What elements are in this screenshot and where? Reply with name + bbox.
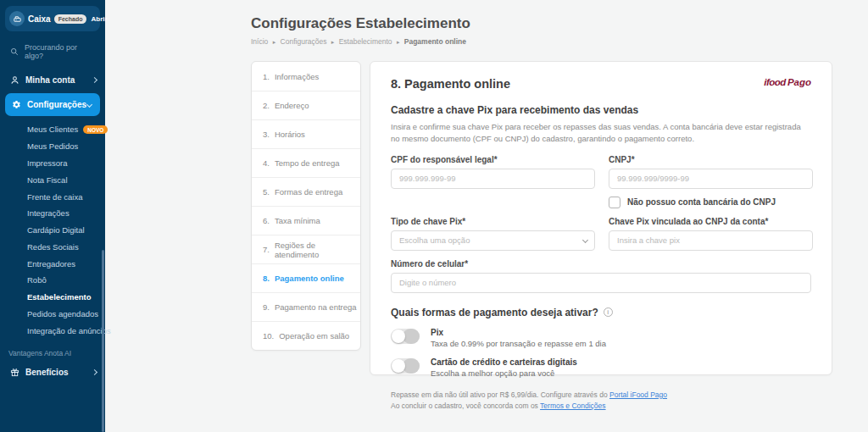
sidebar-item-label: Minha conta: [25, 75, 75, 85]
submenu-item-cardapio-digital[interactable]: Cardápio Digital: [0, 222, 105, 239]
breadcrumb-configuracoes[interactable]: Configurações: [281, 37, 327, 46]
chevron-right-icon: [92, 369, 97, 375]
step-taxa-minima[interactable]: 6.Taxa mínima: [252, 206, 360, 235]
step-regioes-de-atendimento[interactable]: 7.Regiões de atendimento: [252, 235, 360, 263]
gear-icon: [12, 100, 21, 109]
submenu-item-robo[interactable]: Robô: [0, 272, 105, 289]
caixa-panel: Caixa Fechado Abrir: [5, 6, 100, 31]
page-title: Configurações Estabelecimento: [251, 15, 470, 32]
phone-input[interactable]: [391, 273, 811, 293]
card-toggle-label: Cartão de crédito e carteiras digitais: [431, 357, 577, 367]
pix-toggle-row: Pix Taxa de 0.99% por transação e repass…: [391, 328, 811, 348]
submenu-item-integracoes[interactable]: Integrações: [0, 205, 105, 222]
submenu-item-nota-fiscal[interactable]: Nota Fiscal: [0, 171, 105, 188]
pix-toggle-label: Pix: [431, 328, 606, 337]
cnpj-input[interactable]: [609, 169, 813, 189]
sidebar-item-configuracoes[interactable]: Configurações: [5, 93, 100, 116]
submenu-item-redes-sociais[interactable]: Redes Sociais: [0, 238, 105, 255]
toggle-off-icon: [392, 359, 405, 373]
no-cnpj-account-label: Não possuo conta bancária do CNPJ: [627, 197, 776, 207]
step-operacao-em-salao[interactable]: 10.Operação em salão: [252, 321, 360, 350]
step-endereco[interactable]: 2.Endereço: [252, 91, 360, 119]
cpf-input[interactable]: [391, 169, 595, 189]
termos-e-condicoes-link[interactable]: Termos e Condições: [540, 402, 605, 410]
gift-icon: [10, 368, 19, 377]
breadcrumb-current: Pagamento online: [404, 37, 466, 46]
submenu-item-impressora[interactable]: Impressora: [0, 155, 105, 172]
pix-key-input[interactable]: [609, 230, 813, 251]
submenu-item-meus-pedidos[interactable]: Meus Pedidos: [0, 138, 105, 155]
breadcrumb: Início ▸ Configurações ▸ Estabelecimento…: [251, 37, 466, 46]
breadcrumb-separator: ▸: [397, 39, 400, 45]
step-informacoes[interactable]: 1.Informações: [252, 62, 360, 91]
caixa-status-badge: Fechado: [54, 14, 87, 24]
info-icon[interactable]: i: [604, 307, 613, 317]
no-cnpj-account-checkbox[interactable]: [609, 197, 620, 208]
sidebar-item-label: Configurações: [27, 100, 86, 109]
phone-label: Número de celular*: [391, 259, 811, 269]
form-footnotes: Repasse em dia não útil ativo por R$ 6,9…: [391, 390, 811, 412]
toggle-off-icon: [392, 330, 405, 343]
cpf-label: CPF do responsável legal*: [391, 155, 595, 164]
breadcrumb-estabelecimento[interactable]: Estabelecimento: [339, 37, 392, 46]
step-pagamento-online[interactable]: 8.Pagamento online: [252, 263, 360, 292]
chevron-right-icon: [92, 77, 97, 83]
chevron-down-icon: [86, 102, 92, 108]
step-pagamento-na-entrega[interactable]: 9.Pagamento na entrega: [252, 292, 360, 321]
pix-type-select[interactable]: [391, 230, 595, 251]
caixa-label: Caixa: [28, 14, 51, 24]
ifood-pago-logo: ifoodPago: [764, 77, 811, 87]
sidebar-item-label: Benefícios: [25, 368, 69, 377]
search-icon: [10, 47, 19, 56]
sidebar-search[interactable]: Procurando por algo?: [0, 31, 105, 69]
pix-toggle-desc: Taxa de 0.99% por transação e repasse em…: [431, 339, 606, 348]
submenu-item-pedidos-agendados[interactable]: Pedidos agendados: [0, 306, 105, 323]
pix-key-label: Chave Pix vinculada ao CNPJ da conta*: [609, 217, 813, 226]
cash-register-icon: [9, 11, 25, 26]
form-title: 8. Pagamento online: [391, 77, 510, 91]
pagamento-online-form: 8. Pagamento online ifoodPago Cadastre a…: [370, 61, 832, 375]
breadcrumb-inicio[interactable]: Início: [251, 37, 268, 46]
pix-section-title: Cadastre a chave Pix para recebimento da…: [391, 104, 811, 116]
breadcrumb-separator: ▸: [331, 39, 335, 45]
pix-toggle[interactable]: [391, 329, 420, 344]
step-formas-de-entrega[interactable]: 5.Formas de entrega: [252, 177, 360, 206]
sidebar-item-beneficios[interactable]: Benefícios: [0, 361, 105, 384]
step-horarios[interactable]: 3.Horários: [252, 119, 360, 148]
card-toggle-row: Cartão de crédito e carteiras digitais E…: [391, 357, 811, 378]
card-toggle[interactable]: [391, 358, 420, 374]
card-toggle-desc: Escolha a melhor opção para você: [431, 368, 577, 378]
step-tempo-de-entrega[interactable]: 4.Tempo de entrega: [252, 148, 360, 177]
submenu-item-meus-clientes[interactable]: Meus ClientesNOVO: [0, 121, 105, 138]
caixa-open-button[interactable]: Abrir: [91, 15, 107, 23]
cnpj-label: CNPJ*: [609, 155, 813, 164]
search-placeholder: Procurando por algo?: [25, 43, 97, 60]
user-icon: [10, 75, 19, 85]
pix-section-description: Insira e confirme sua chave Pix para rec…: [391, 121, 811, 145]
sidebar-scrollbar[interactable]: [102, 250, 104, 432]
payment-methods-title: Quais formas de pagamento deseja ativar?…: [391, 307, 811, 318]
sidebar-item-minha-conta[interactable]: Minha conta: [0, 69, 105, 91]
novo-badge: NOVO: [83, 125, 108, 134]
submenu-item-integracao-de-anuncios[interactable]: Integração de anúncios: [0, 322, 105, 339]
submenu-item-entregadores[interactable]: Entregadores: [0, 255, 105, 272]
submenu-item-estabelecimento[interactable]: Estabelecimento: [0, 289, 105, 306]
sidebar: Caixa Fechado Abrir Procurando por algo?…: [0, 0, 105, 432]
submenu-item-frente-de-caixa[interactable]: Frente de caixa: [0, 188, 105, 205]
portal-ifood-pago-link[interactable]: Portal iFood Pago: [609, 390, 667, 399]
sidebar-section-label: Vantagens Anota AI: [0, 339, 105, 361]
steps-nav: 1.Informações 2.Endereço 3.Horários 4.Te…: [251, 61, 361, 351]
breadcrumb-separator: ▸: [273, 39, 276, 45]
configuracoes-submenu: Meus ClientesNOVO Meus Pedidos Impressor…: [0, 121, 105, 339]
pix-type-label: Tipo de chave Pix*: [391, 217, 595, 226]
